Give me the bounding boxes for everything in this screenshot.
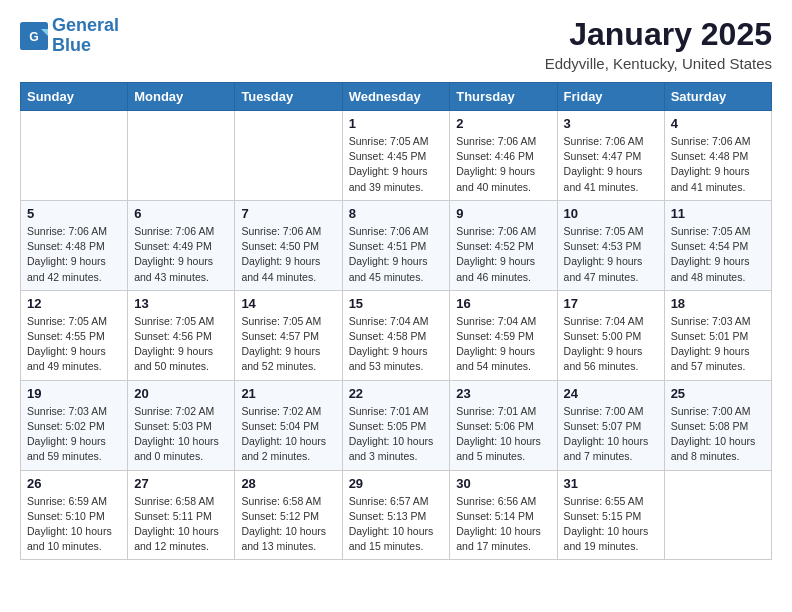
day-info: Sunrise: 7:04 AM Sunset: 4:59 PM Dayligh…: [456, 314, 550, 375]
day-number: 19: [27, 386, 121, 401]
day-info: Sunrise: 7:04 AM Sunset: 5:00 PM Dayligh…: [564, 314, 658, 375]
calendar: SundayMondayTuesdayWednesdayThursdayFrid…: [20, 82, 772, 560]
calendar-cell: 15Sunrise: 7:04 AM Sunset: 4:58 PM Dayli…: [342, 290, 450, 380]
day-number: 10: [564, 206, 658, 221]
week-row-3: 19Sunrise: 7:03 AM Sunset: 5:02 PM Dayli…: [21, 380, 772, 470]
day-info: Sunrise: 7:02 AM Sunset: 5:03 PM Dayligh…: [134, 404, 228, 465]
header-friday: Friday: [557, 83, 664, 111]
calendar-header-row: SundayMondayTuesdayWednesdayThursdayFrid…: [21, 83, 772, 111]
day-info: Sunrise: 7:06 AM Sunset: 4:46 PM Dayligh…: [456, 134, 550, 195]
calendar-cell: 2Sunrise: 7:06 AM Sunset: 4:46 PM Daylig…: [450, 111, 557, 201]
header-saturday: Saturday: [664, 83, 771, 111]
calendar-cell: 16Sunrise: 7:04 AM Sunset: 4:59 PM Dayli…: [450, 290, 557, 380]
calendar-cell: 12Sunrise: 7:05 AM Sunset: 4:55 PM Dayli…: [21, 290, 128, 380]
calendar-cell: [235, 111, 342, 201]
day-info: Sunrise: 7:05 AM Sunset: 4:54 PM Dayligh…: [671, 224, 765, 285]
logo-icon: G: [20, 22, 48, 50]
day-info: Sunrise: 7:05 AM Sunset: 4:45 PM Dayligh…: [349, 134, 444, 195]
month-title: January 2025: [545, 16, 772, 53]
calendar-cell: 5Sunrise: 7:06 AM Sunset: 4:48 PM Daylig…: [21, 200, 128, 290]
week-row-4: 26Sunrise: 6:59 AM Sunset: 5:10 PM Dayli…: [21, 470, 772, 560]
day-number: 22: [349, 386, 444, 401]
day-info: Sunrise: 6:59 AM Sunset: 5:10 PM Dayligh…: [27, 494, 121, 555]
calendar-cell: 7Sunrise: 7:06 AM Sunset: 4:50 PM Daylig…: [235, 200, 342, 290]
calendar-cell: 9Sunrise: 7:06 AM Sunset: 4:52 PM Daylig…: [450, 200, 557, 290]
day-number: 9: [456, 206, 550, 221]
day-number: 23: [456, 386, 550, 401]
logo-line1: General: [52, 15, 119, 35]
calendar-cell: 4Sunrise: 7:06 AM Sunset: 4:48 PM Daylig…: [664, 111, 771, 201]
calendar-cell: 29Sunrise: 6:57 AM Sunset: 5:13 PM Dayli…: [342, 470, 450, 560]
day-number: 16: [456, 296, 550, 311]
day-info: Sunrise: 7:03 AM Sunset: 5:02 PM Dayligh…: [27, 404, 121, 465]
logo: G General Blue: [20, 16, 119, 56]
calendar-cell: 18Sunrise: 7:03 AM Sunset: 5:01 PM Dayli…: [664, 290, 771, 380]
day-info: Sunrise: 6:55 AM Sunset: 5:15 PM Dayligh…: [564, 494, 658, 555]
day-number: 12: [27, 296, 121, 311]
calendar-cell: 20Sunrise: 7:02 AM Sunset: 5:03 PM Dayli…: [128, 380, 235, 470]
day-number: 31: [564, 476, 658, 491]
day-number: 14: [241, 296, 335, 311]
day-info: Sunrise: 7:05 AM Sunset: 4:53 PM Dayligh…: [564, 224, 658, 285]
calendar-cell: 26Sunrise: 6:59 AM Sunset: 5:10 PM Dayli…: [21, 470, 128, 560]
day-info: Sunrise: 6:57 AM Sunset: 5:13 PM Dayligh…: [349, 494, 444, 555]
calendar-cell: 19Sunrise: 7:03 AM Sunset: 5:02 PM Dayli…: [21, 380, 128, 470]
day-number: 28: [241, 476, 335, 491]
day-number: 7: [241, 206, 335, 221]
day-info: Sunrise: 7:06 AM Sunset: 4:50 PM Dayligh…: [241, 224, 335, 285]
location-title: Eddyville, Kentucky, United States: [545, 55, 772, 72]
day-info: Sunrise: 7:05 AM Sunset: 4:57 PM Dayligh…: [241, 314, 335, 375]
calendar-cell: [21, 111, 128, 201]
calendar-cell: 17Sunrise: 7:04 AM Sunset: 5:00 PM Dayli…: [557, 290, 664, 380]
calendar-cell: 24Sunrise: 7:00 AM Sunset: 5:07 PM Dayli…: [557, 380, 664, 470]
day-info: Sunrise: 7:05 AM Sunset: 4:56 PM Dayligh…: [134, 314, 228, 375]
header-monday: Monday: [128, 83, 235, 111]
header-thursday: Thursday: [450, 83, 557, 111]
calendar-cell: 11Sunrise: 7:05 AM Sunset: 4:54 PM Dayli…: [664, 200, 771, 290]
day-number: 24: [564, 386, 658, 401]
calendar-cell: 8Sunrise: 7:06 AM Sunset: 4:51 PM Daylig…: [342, 200, 450, 290]
day-info: Sunrise: 7:06 AM Sunset: 4:47 PM Dayligh…: [564, 134, 658, 195]
day-number: 15: [349, 296, 444, 311]
calendar-cell: 31Sunrise: 6:55 AM Sunset: 5:15 PM Dayli…: [557, 470, 664, 560]
header-wednesday: Wednesday: [342, 83, 450, 111]
day-info: Sunrise: 7:05 AM Sunset: 4:55 PM Dayligh…: [27, 314, 121, 375]
calendar-cell: 3Sunrise: 7:06 AM Sunset: 4:47 PM Daylig…: [557, 111, 664, 201]
day-info: Sunrise: 7:06 AM Sunset: 4:51 PM Dayligh…: [349, 224, 444, 285]
day-info: Sunrise: 7:06 AM Sunset: 4:49 PM Dayligh…: [134, 224, 228, 285]
calendar-cell: 21Sunrise: 7:02 AM Sunset: 5:04 PM Dayli…: [235, 380, 342, 470]
week-row-0: 1Sunrise: 7:05 AM Sunset: 4:45 PM Daylig…: [21, 111, 772, 201]
day-info: Sunrise: 7:03 AM Sunset: 5:01 PM Dayligh…: [671, 314, 765, 375]
day-number: 29: [349, 476, 444, 491]
day-number: 13: [134, 296, 228, 311]
calendar-cell: 22Sunrise: 7:01 AM Sunset: 5:05 PM Dayli…: [342, 380, 450, 470]
day-number: 5: [27, 206, 121, 221]
calendar-cell: [664, 470, 771, 560]
day-number: 11: [671, 206, 765, 221]
calendar-cell: 25Sunrise: 7:00 AM Sunset: 5:08 PM Dayli…: [664, 380, 771, 470]
day-info: Sunrise: 6:58 AM Sunset: 5:11 PM Dayligh…: [134, 494, 228, 555]
title-area: January 2025 Eddyville, Kentucky, United…: [545, 16, 772, 72]
day-info: Sunrise: 7:00 AM Sunset: 5:07 PM Dayligh…: [564, 404, 658, 465]
header-tuesday: Tuesday: [235, 83, 342, 111]
day-info: Sunrise: 6:56 AM Sunset: 5:14 PM Dayligh…: [456, 494, 550, 555]
day-info: Sunrise: 7:02 AM Sunset: 5:04 PM Dayligh…: [241, 404, 335, 465]
logo-text: General Blue: [52, 16, 119, 56]
day-number: 30: [456, 476, 550, 491]
day-number: 1: [349, 116, 444, 131]
day-number: 3: [564, 116, 658, 131]
week-row-2: 12Sunrise: 7:05 AM Sunset: 4:55 PM Dayli…: [21, 290, 772, 380]
calendar-cell: [128, 111, 235, 201]
day-info: Sunrise: 6:58 AM Sunset: 5:12 PM Dayligh…: [241, 494, 335, 555]
svg-text:G: G: [29, 30, 39, 44]
day-number: 18: [671, 296, 765, 311]
day-number: 8: [349, 206, 444, 221]
day-number: 2: [456, 116, 550, 131]
header-sunday: Sunday: [21, 83, 128, 111]
day-info: Sunrise: 7:00 AM Sunset: 5:08 PM Dayligh…: [671, 404, 765, 465]
calendar-cell: 28Sunrise: 6:58 AM Sunset: 5:12 PM Dayli…: [235, 470, 342, 560]
day-info: Sunrise: 7:01 AM Sunset: 5:06 PM Dayligh…: [456, 404, 550, 465]
day-number: 27: [134, 476, 228, 491]
calendar-cell: 10Sunrise: 7:05 AM Sunset: 4:53 PM Dayli…: [557, 200, 664, 290]
day-number: 21: [241, 386, 335, 401]
